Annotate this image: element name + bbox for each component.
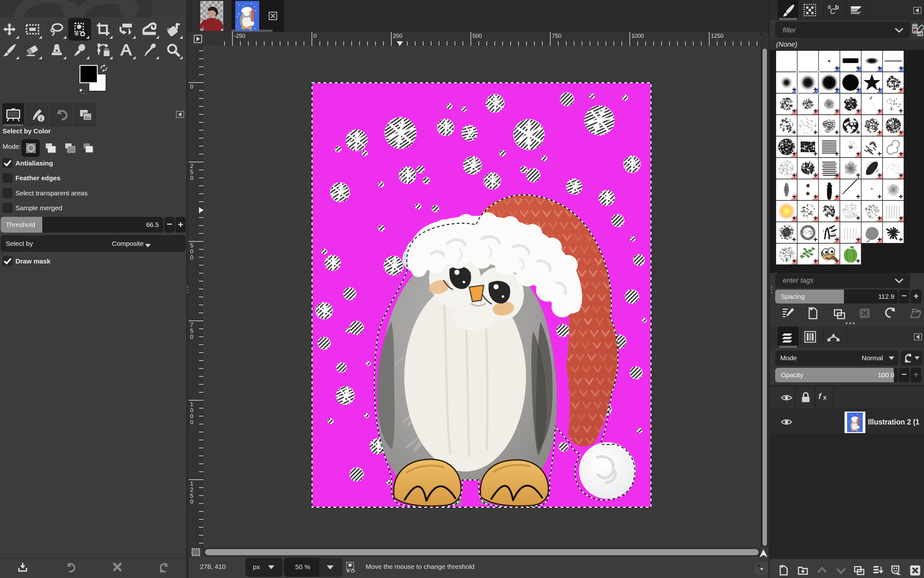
svg-text:+: + xyxy=(856,214,860,222)
svg-text:+: + xyxy=(898,192,903,201)
svg-text:250: 250 xyxy=(393,33,402,39)
svg-text:2: 2 xyxy=(190,487,193,493)
svg-text:+: + xyxy=(835,85,839,94)
svg-text:+: + xyxy=(898,214,903,222)
svg-text:+: + xyxy=(835,192,839,201)
svg-text:+: + xyxy=(792,214,796,222)
svg-text:+: + xyxy=(792,192,796,201)
svg-text:5: 5 xyxy=(190,169,193,175)
svg-text:500: 500 xyxy=(472,33,482,39)
svg-text:+: + xyxy=(856,85,860,94)
svg-text:0: 0 xyxy=(190,419,193,425)
svg-text:+: + xyxy=(835,171,839,179)
svg-text:+: + xyxy=(898,64,903,72)
svg-text:+: + xyxy=(856,64,860,72)
svg-text:+: + xyxy=(792,257,796,265)
svg-text:0: 0 xyxy=(190,407,193,414)
svg-text:+: + xyxy=(813,107,818,115)
svg-text:+: + xyxy=(856,149,860,158)
svg-text:i: i xyxy=(41,116,42,122)
svg-text:0: 0 xyxy=(314,33,317,39)
svg-text:0: 0 xyxy=(190,83,193,90)
svg-text:+: + xyxy=(877,214,882,222)
svg-text:750: 750 xyxy=(552,33,561,39)
svg-text:+: + xyxy=(877,85,882,94)
svg-text:+: + xyxy=(898,128,903,136)
svg-text:+: + xyxy=(877,128,882,136)
svg-text:0: 0 xyxy=(190,175,193,181)
svg-text:0: 0 xyxy=(190,254,193,261)
svg-text:+: + xyxy=(792,171,796,179)
svg-text:+: + xyxy=(877,192,882,201)
svg-text:+: + xyxy=(835,107,839,115)
svg-text:+: + xyxy=(813,85,818,94)
svg-text:+: + xyxy=(835,257,839,265)
svg-text:+: + xyxy=(898,171,903,179)
svg-text:+: + xyxy=(877,235,882,244)
svg-text:+: + xyxy=(835,149,839,158)
svg-text:+: + xyxy=(856,235,860,244)
svg-text:+: + xyxy=(877,107,882,115)
svg-text:5: 5 xyxy=(190,328,193,334)
svg-text:+: + xyxy=(877,64,882,72)
svg-text:+: + xyxy=(856,257,860,265)
svg-text:-250: -250 xyxy=(234,33,246,39)
svg-text:+: + xyxy=(813,171,818,179)
svg-text:1000: 1000 xyxy=(631,33,644,39)
svg-text:1: 1 xyxy=(190,481,193,487)
svg-text:+: + xyxy=(856,128,860,136)
svg-text:0: 0 xyxy=(190,248,193,255)
svg-text:+: + xyxy=(856,192,860,201)
svg-text:+: + xyxy=(877,149,882,158)
svg-text:+: + xyxy=(813,128,818,136)
svg-text:+: + xyxy=(898,107,903,115)
svg-text:7: 7 xyxy=(190,322,193,328)
svg-text:+: + xyxy=(813,192,818,201)
svg-text:+: + xyxy=(792,128,796,136)
svg-text:1: 1 xyxy=(190,401,193,408)
svg-text:+: + xyxy=(898,149,903,158)
svg-text:0: 0 xyxy=(190,334,193,340)
svg-text:+: + xyxy=(792,107,796,115)
svg-text:+: + xyxy=(792,85,796,94)
svg-text:+: + xyxy=(792,235,796,244)
svg-text:0: 0 xyxy=(190,413,193,419)
svg-text:0: 0 xyxy=(190,498,193,505)
svg-text:+: + xyxy=(813,214,818,222)
svg-text:5: 5 xyxy=(190,493,193,499)
svg-text:+: + xyxy=(835,128,839,136)
svg-text:+: + xyxy=(877,171,882,179)
svg-text:+: + xyxy=(898,85,903,94)
svg-text:2: 2 xyxy=(190,163,193,169)
svg-text:+: + xyxy=(813,149,818,158)
svg-text:+: + xyxy=(898,235,903,244)
svg-text:+: + xyxy=(835,64,839,72)
svg-text:+: + xyxy=(813,235,818,244)
svg-text:+: + xyxy=(792,149,796,158)
svg-text:+: + xyxy=(835,235,839,244)
svg-text:5: 5 xyxy=(190,242,193,248)
svg-text:b: b xyxy=(835,4,839,11)
svg-text:+: + xyxy=(856,107,860,115)
svg-text:+: + xyxy=(813,257,818,265)
svg-text:1250: 1250 xyxy=(711,33,724,39)
svg-text:+: + xyxy=(835,214,839,222)
